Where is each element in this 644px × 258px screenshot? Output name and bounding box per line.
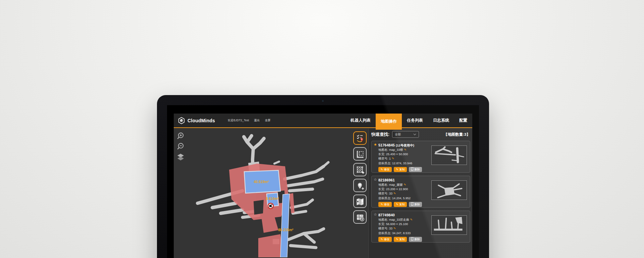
map-toolbar [353,131,367,224]
nav-map-operations[interactable]: 地图操作 [376,114,402,130]
edit-floor-pencil-icon[interactable]: ✎ [392,157,394,160]
logout-link[interactable]: 退出 [254,119,260,123]
trash-icon [411,168,413,171]
add-virtual-wall-icon [356,165,365,174]
map-thumbnail[interactable] [431,215,467,235]
tool-patrol-task[interactable] [353,131,367,145]
tool-upload-map[interactable] [353,210,367,224]
pencil-icon: ✎ [396,238,398,241]
map-name-value: map_33楼 [389,148,403,152]
nav-task-list[interactable]: 任务列表 [402,114,428,128]
pencil-icon: ✎ [381,168,383,171]
map-count-badge: 【地图数量:3】 [444,132,470,137]
delete-map-button[interactable]: 删除 [409,202,422,207]
map-gap [254,200,264,215]
app-window: CloudMinds 欢迎BJDT2_Test 退出 全屏 机器人列表 地图操作… [174,114,472,258]
edit-floor-pencil-icon[interactable]: ✎ [393,227,396,230]
map-card: ☆ 87749840 地图名: map_33层走廊✎ 长宽: 56.600 × … [371,211,470,243]
floor-map-svg: 40.519m² 8.614m² 80.215m² [174,129,368,257]
map-size-value: 25.400 × 50.000 [386,153,408,156]
pencil-icon: ✎ [396,168,398,171]
welcome-text: 欢迎BJDT2_Test [228,119,249,123]
pencil-icon: ✎ [396,203,398,206]
edit-floor-pencil-icon[interactable]: ✎ [393,192,396,195]
star-icon[interactable]: ☆ [374,212,377,217]
edit-name-pencil-icon[interactable]: ✎ [404,183,407,186]
delete-map-button[interactable]: 删除 [409,167,422,172]
layers-button[interactable] [176,153,185,161]
floor-value: 1 [389,157,391,160]
delete-map-button[interactable]: 删除 [409,237,422,242]
measure-area-icon [356,149,365,159]
layers-icon [176,153,185,161]
star-icon[interactable]: ☆ [374,177,377,182]
origin-label: 坐标原点: [378,231,391,235]
copy-map-button[interactable]: ✎复制 [394,202,407,207]
panel-header: 快速查找: 全部 【地图数量:3】 [371,130,470,138]
tool-add-virtual-wall[interactable] [353,163,367,176]
tool-map-marker[interactable] [353,195,367,208]
laptop-screen: CloudMinds 欢迎BJDT2_Test 退出 全屏 机器人列表 地图操作… [167,105,479,258]
map-list-panel: 快速查找: 全部 【地图数量:3】 ★ 51764845 [368,129,472,258]
tool-measure-area[interactable] [353,147,367,161]
map-name-label: 地图名: [378,183,388,186]
nav-robot-list[interactable]: 机器人列表 [345,114,376,128]
nav-configuration[interactable]: 配置 [454,114,472,128]
map-in-use-note: (12号使用中) [396,143,414,147]
quick-find-selected: 全部 [395,132,413,137]
edit-map-button[interactable]: ✎修改 [378,167,392,172]
edit-name-pencil-icon[interactable]: ✎ [404,148,407,152]
fullscreen-link[interactable]: 全屏 [265,119,270,123]
main-content: 40.519m² 8.614m² 80.215m² [174,129,472,258]
tool-add-position-point[interactable] [353,179,367,192]
map-id: 87749840 [378,213,395,217]
map-thumbnail[interactable] [431,180,467,200]
map-canvas[interactable]: 40.519m² 8.614m² 80.215m² [174,129,368,258]
origin-value: 34.247, 8.533 [392,231,411,235]
origin-label: 坐标原点: [378,162,391,165]
map-size-value: 23.200 × 22.900 [386,187,408,191]
map-size-label: 长宽: [378,153,385,156]
copy-map-button[interactable]: ✎复制 [394,167,407,172]
patrol-task-icon [356,134,365,143]
map-size-value: 56.600 × 25.100 [386,222,408,226]
main-nav: 机器人列表 地图操作 任务列表 日志系统 配置 [345,114,472,128]
star-icon[interactable]: ★ [374,142,377,147]
map-marker-icon [356,197,365,206]
laptop-frame: CloudMinds 欢迎BJDT2_Test 退出 全屏 机器人列表 地图操作… [157,95,489,258]
zoom-in-button[interactable] [176,132,185,140]
zoom-out-button[interactable] [176,142,185,150]
trash-icon [411,238,413,241]
pencil-icon: ✎ [381,238,383,241]
area-label-1: 40.519m² [254,180,269,184]
floor-label: 楼层号: [378,192,388,195]
zoom-in-icon [176,132,185,140]
copy-map-button[interactable]: ✎复制 [394,237,407,242]
map-id: 51764845 [378,143,395,147]
pencil-icon: ✎ [381,203,383,206]
zoom-out-icon [176,142,185,150]
edit-map-button[interactable]: ✎修改 [378,237,392,242]
floor-value: 33 [389,192,392,195]
floor-value: 33 [389,227,392,230]
chevron-down-icon [413,133,416,135]
quick-find-select[interactable]: 全部 [392,131,419,138]
nav-log-system[interactable]: 日志系统 [428,114,454,128]
edit-name-pencil-icon[interactable]: ✎ [410,218,413,221]
app-header: CloudMinds 欢迎BJDT2_Test 退出 全屏 机器人列表 地图操作… [174,114,472,128]
map-thumbnail-image [432,216,467,234]
quick-find-label: 快速查找: [371,132,389,137]
map-size-label: 长宽: [378,222,385,226]
floor-label: 楼层号: [378,227,388,230]
map-thumbnail-image [432,181,467,200]
area-label-3: 80.215m² [278,228,293,232]
map-name-value: map_33层走廊 [389,218,409,221]
robot-marker [268,203,273,209]
map-thumbnail-image [432,146,467,165]
edit-map-button[interactable]: ✎修改 [378,202,392,207]
map-thumbnail[interactable] [431,145,467,165]
map-id: 82186961 [378,178,395,182]
map-name-label: 地图名: [378,148,388,152]
add-position-point-icon [356,181,365,190]
origin-value: 12.874, 33.946 [392,162,412,165]
